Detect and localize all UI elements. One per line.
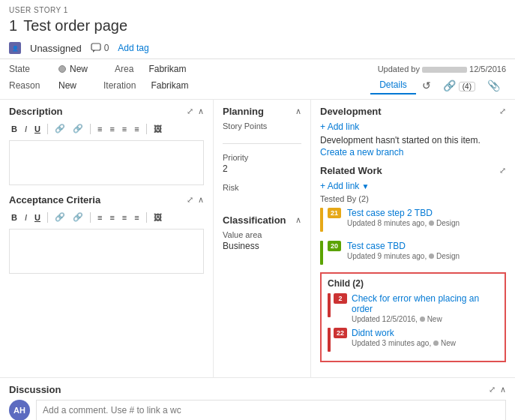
add-dev-link-button[interactable]: + Add link <box>320 122 506 132</box>
child-item-1-title[interactable]: Check for error when placing an order <box>352 293 499 314</box>
description-title: Description <box>9 106 63 117</box>
ac-indent-button[interactable]: ≡ <box>120 212 129 223</box>
reason-value[interactable]: New <box>58 80 76 91</box>
assigned-label[interactable]: Unassigned <box>30 43 82 54</box>
planning-collapse-icon[interactable]: ∧ <box>295 106 301 116</box>
related-item-1-meta: Updated 8 minutes ago, Design <box>347 219 506 227</box>
discussion-collapse-icon[interactable]: ∧ <box>500 385 506 394</box>
child-item-2: 22 Didnt work Updated 3 minutes ago, New <box>328 328 499 352</box>
classification-collapse-icon[interactable]: ∧ <box>295 215 301 225</box>
reason-label: Reason <box>9 80 46 91</box>
risk-value[interactable] <box>223 194 301 206</box>
description-collapse-icon[interactable]: ∧ <box>198 106 204 116</box>
priority-value[interactable]: 2 <box>223 164 301 174</box>
top-bar: USER STORY 1 1 Test order page 👤 Unassig… <box>0 0 515 100</box>
discussion-section: Discussion ⤢ ∧ AH <box>0 377 515 420</box>
updated-by: Updated by 12/5/2016 <box>378 64 506 74</box>
child-section: Child (2) 2 Check for error when placing… <box>320 272 506 362</box>
value-area-value[interactable]: Business <box>223 241 301 251</box>
state-value[interactable]: New <box>70 64 88 74</box>
child-item-2-color-bar <box>328 328 331 352</box>
ordered-list-button[interactable]: ≡ <box>107 124 116 134</box>
comment-count[interactable]: 0 <box>91 43 109 53</box>
related-item-2-number: 20 <box>328 241 341 251</box>
tested-by-label: Tested By (2) <box>320 194 506 203</box>
risk-label: Risk <box>223 183 301 192</box>
tab-history[interactable]: ↺ <box>416 76 437 94</box>
ac-underline-button[interactable]: U <box>32 212 43 223</box>
discussion-expand-icon[interactable]: ⤢ <box>489 385 496 394</box>
acceptance-expand-icon[interactable]: ⤢ <box>187 195 193 205</box>
add-related-link-button[interactable]: + Add link ▼ <box>320 181 506 191</box>
ac-italic-button[interactable]: I <box>22 212 29 223</box>
child-item-1: 2 Check for error when placing an order … <box>328 293 499 323</box>
list-button[interactable]: ≡ <box>95 124 104 134</box>
priority-label: Priority <box>223 153 301 162</box>
related-work-expand-icon[interactable]: ⤢ <box>499 166 506 176</box>
indent-button[interactable]: ≡ <box>120 124 129 134</box>
left-panel: Description ⤢ ∧ B I U 🔗 🔗 ≡ ≡ ≡ ≡ 🖼 Acce… <box>0 100 214 377</box>
related-work-section: Related Work ⤢ + Add link ▼ Tested By (2… <box>320 165 506 266</box>
child-item-1-status: New <box>427 315 442 323</box>
outdent-button[interactable]: ≡ <box>132 124 141 134</box>
ac-list-button[interactable]: ≡ <box>95 212 104 223</box>
ac-bold-button[interactable]: B <box>9 212 19 223</box>
development-expand-icon[interactable]: ⤢ <box>499 106 506 116</box>
italic-button[interactable]: I <box>22 124 29 134</box>
related-work-header: Related Work ⤢ <box>320 165 506 176</box>
page-title: Test order page <box>23 17 127 34</box>
classification-title: Classification <box>223 214 286 226</box>
tab-details[interactable]: Details <box>370 76 416 94</box>
area-label: Area <box>115 64 133 74</box>
related-item-2: 20 Test case TBD Updated 9 minutes ago, … <box>320 239 506 266</box>
discussion-title: Discussion <box>9 384 61 395</box>
tabs-row: Details ↺ 🔗 (4) 📎 <box>370 76 506 94</box>
ac-outdent-button[interactable]: ≡ <box>132 212 141 223</box>
bold-button[interactable]: B <box>9 124 19 134</box>
iteration-label: Iteration <box>103 80 136 91</box>
tab-links[interactable]: 🔗 (4) <box>437 76 481 94</box>
related-item-2-color-bar <box>320 241 323 265</box>
comment-input[interactable] <box>36 400 506 420</box>
updated-name-redacted <box>422 67 467 73</box>
planning-title: Planning <box>223 106 264 117</box>
description-header: Description ⤢ ∧ <box>9 106 204 117</box>
svg-marker-3 <box>93 50 95 52</box>
ac-image-button[interactable]: 🖼 <box>151 212 164 223</box>
create-branch-link[interactable]: Create a new branch <box>320 147 403 158</box>
ac-unlink-button[interactable]: 🔗 <box>70 212 85 223</box>
title-number: 1 <box>9 17 17 34</box>
acceptance-area[interactable] <box>9 229 204 274</box>
related-item-1-title[interactable]: Test case step 2 TBD <box>347 208 506 218</box>
acceptance-header: Acceptance Criteria ⤢ ∧ <box>9 194 204 206</box>
add-tag-button[interactable]: Add tag <box>118 43 148 53</box>
link-button[interactable]: 🔗 <box>52 123 67 134</box>
related-work-title: Related Work <box>320 165 382 176</box>
assigned-icon: 👤 <box>9 42 21 54</box>
unlink-button[interactable]: 🔗 <box>70 123 85 134</box>
child-item-2-status: New <box>441 339 456 347</box>
child-item-2-title[interactable]: Didnt work <box>352 328 499 338</box>
ac-ordered-list-button[interactable]: ≡ <box>107 212 116 223</box>
description-area[interactable] <box>9 140 204 185</box>
ac-link-button[interactable]: 🔗 <box>52 212 67 223</box>
right-panel: Development ⤢ + Add link Development has… <box>311 100 515 377</box>
comment-area: AH <box>9 400 506 420</box>
image-button[interactable]: 🖼 <box>151 124 164 134</box>
description-expand-icon[interactable]: ⤢ <box>187 106 193 116</box>
child-section-title: Child (2) <box>328 278 499 289</box>
state-label: State <box>9 64 46 74</box>
area-value[interactable]: Fabrikam <box>148 64 186 74</box>
value-area-label: Value area <box>223 230 301 239</box>
tab-attachment[interactable]: 📎 <box>481 76 506 94</box>
discussion-header: Discussion ⤢ ∧ <box>9 384 506 395</box>
child-item-2-number: 22 <box>334 328 347 338</box>
acceptance-collapse-icon[interactable]: ∧ <box>198 195 204 205</box>
main-content: Description ⤢ ∧ B I U 🔗 🔗 ≡ ≡ ≡ ≡ 🖼 Acce… <box>0 100 515 377</box>
acceptance-title: Acceptance Criteria <box>9 194 100 206</box>
iteration-value[interactable]: Fabrikam <box>151 80 188 91</box>
story-points-label: Story Points <box>223 122 301 130</box>
related-item-2-title[interactable]: Test case TBD <box>347 241 506 251</box>
underline-button[interactable]: U <box>32 124 43 134</box>
story-points-value[interactable] <box>223 132 301 144</box>
